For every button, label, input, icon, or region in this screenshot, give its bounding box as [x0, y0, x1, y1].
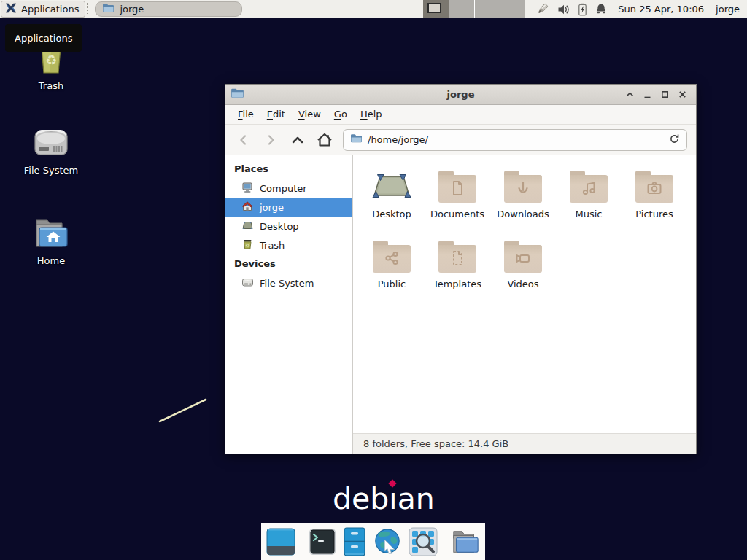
drive-icon: [241, 276, 254, 290]
path-folder-icon: [350, 133, 363, 146]
file-item-documents[interactable]: Documents: [425, 166, 490, 236]
file-item-label: Videos: [490, 279, 556, 289]
file-item-public[interactable]: Public: [359, 236, 425, 306]
up-button[interactable]: [284, 128, 311, 151]
applications-menu-button[interactable]: Applications: [1, 1, 85, 18]
home-folder-icon: [16, 213, 86, 251]
desktop-icon-file-system[interactable]: File System: [16, 122, 86, 176]
panel-handle: [87, 3, 92, 15]
maximize-button[interactable]: [659, 88, 671, 101]
debian-logo-text: an: [398, 481, 435, 516]
devices-header: Devices: [225, 254, 352, 273]
panel-username[interactable]: jorge: [716, 4, 740, 15]
file-cabinet-icon[interactable]: [343, 527, 366, 556]
file-item-label: Pictures: [622, 209, 687, 219]
back-button[interactable]: [230, 128, 257, 151]
notifications-bell-icon[interactable]: [595, 3, 607, 15]
terminal-icon[interactable]: [309, 527, 336, 556]
workspace-4[interactable]: [500, 0, 525, 18]
file-item-downloads[interactable]: Downloads: [490, 166, 556, 236]
sidebar-item-computer[interactable]: Computer: [225, 179, 352, 198]
folder-downloads-icon: [504, 171, 542, 203]
file-item-label: Templates: [425, 279, 490, 289]
sidebar-item-label: jorge: [260, 202, 284, 213]
menu-file[interactable]: File: [231, 105, 260, 124]
menu-view[interactable]: View: [292, 105, 328, 124]
shade-button[interactable]: [624, 88, 636, 101]
file-item-label: Music: [556, 209, 622, 219]
sidebar-item-label: Computer: [260, 183, 307, 194]
sidebar: Places Computer: [225, 155, 353, 454]
applications-menu-label: Applications: [21, 4, 79, 15]
debian-logo-text: deb: [333, 481, 389, 516]
svg-text:♻: ♻: [245, 242, 249, 248]
sidebar-item-label: Desktop: [260, 221, 299, 232]
file-manager-folder-icon[interactable]: [451, 527, 480, 556]
window-titlebar[interactable]: jorge: [225, 85, 696, 105]
close-button[interactable]: [676, 88, 689, 101]
workspace-1[interactable]: [423, 0, 449, 18]
xfce-menu-icon: [5, 2, 17, 16]
menu-edit[interactable]: Edit: [260, 105, 292, 124]
sidebar-item-file-system[interactable]: File System: [225, 273, 352, 292]
statusbar-text: 8 folders, Free space: 14.4 GiB: [363, 438, 508, 449]
desktop-icon-label: File System: [16, 165, 86, 176]
applications-tooltip-text: Applications: [15, 33, 72, 44]
file-item-templates[interactable]: Templates: [425, 236, 490, 306]
desktop-icon-home[interactable]: Home: [16, 213, 86, 266]
volume-icon[interactable]: [557, 4, 570, 15]
menu-help[interactable]: Help: [354, 105, 389, 124]
folder-public-icon: [373, 241, 411, 273]
desktop-icon-label: Home: [16, 255, 86, 266]
reload-icon[interactable]: [669, 133, 680, 147]
file-item-label: Downloads: [490, 209, 556, 219]
window-controls: [624, 88, 696, 101]
sidebar-item-label: File System: [260, 278, 314, 289]
drive-icon: [16, 122, 86, 160]
applications-tooltip: Applications: [5, 24, 82, 52]
file-item-desktop[interactable]: Desktop: [359, 166, 425, 236]
file-item-music[interactable]: Music: [556, 166, 622, 236]
toolbar: /home/jorge/: [225, 125, 696, 155]
sidebar-item-jorge[interactable]: jorge: [225, 198, 352, 217]
battery-icon[interactable]: [578, 3, 587, 16]
folder-templates-icon: [438, 241, 476, 273]
desktop-root: { "colors": { "desktop_background": "#0a…: [0, 0, 747, 560]
stylus-icon[interactable]: [535, 2, 549, 16]
path-text: /home/jorge/: [368, 134, 664, 145]
folder-window-icon: [102, 3, 115, 15]
menubar: File Edit View Go Help: [225, 105, 696, 125]
bottom-dock: [261, 523, 485, 560]
debian-logo: debıan: [333, 481, 435, 516]
panel-clock[interactable]: Sun 25 Apr, 10:06: [618, 4, 704, 15]
web-browser-globe-icon[interactable]: [373, 527, 402, 556]
workspace-window-thumbnail: [427, 3, 441, 13]
path-bar[interactable]: /home/jorge/: [343, 129, 687, 151]
file-item-pictures[interactable]: Pictures: [622, 166, 687, 236]
show-desktop-icon[interactable]: [266, 527, 295, 556]
statusbar: 8 folders, Free space: 14.4 GiB: [353, 433, 696, 454]
wallpaper-scratch-line: [153, 394, 215, 429]
trash-icon: ♻: [241, 238, 254, 252]
file-manager-window: jorge File Edit View Go Help: [225, 84, 697, 454]
taskbar-window-label: jorge: [120, 4, 144, 15]
sidebar-item-trash[interactable]: ♻ Trash: [225, 236, 352, 254]
application-finder-icon[interactable]: [409, 527, 438, 556]
home-button[interactable]: [311, 128, 338, 151]
minimize-button[interactable]: [641, 88, 654, 101]
taskbar-window-button[interactable]: jorge: [95, 1, 242, 17]
sidebar-item-desktop[interactable]: Desktop: [225, 217, 352, 236]
workspace-pager: [423, 0, 525, 18]
menu-go[interactable]: Go: [328, 105, 354, 124]
desktop-pad-icon: [359, 166, 425, 208]
file-item-videos[interactable]: Videos: [490, 236, 556, 306]
folder-documents-icon: [438, 171, 476, 203]
workspace-3[interactable]: [474, 0, 500, 18]
folder-pictures-icon: [635, 171, 673, 203]
workspace-2[interactable]: [449, 0, 474, 18]
folder-music-icon: [570, 171, 608, 203]
svg-text:♻: ♻: [45, 52, 57, 68]
file-grid: Desktop Documents: [353, 155, 696, 433]
system-tray: [535, 2, 607, 16]
forward-button[interactable]: [257, 128, 284, 151]
